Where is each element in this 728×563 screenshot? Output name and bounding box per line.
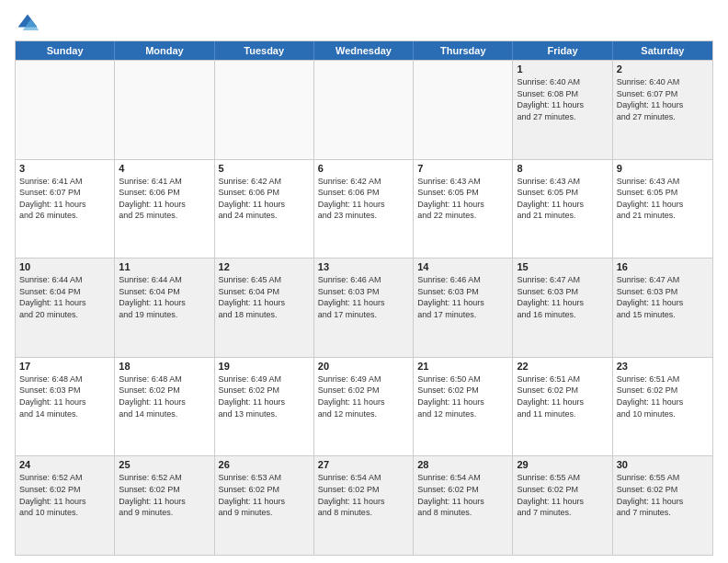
calendar-cell: 11Sunrise: 6:44 AM Sunset: 6:04 PM Dayli… <box>115 259 214 357</box>
calendar-cell: 21Sunrise: 6:50 AM Sunset: 6:02 PM Dayli… <box>414 358 513 456</box>
calendar-cell: 25Sunrise: 6:52 AM Sunset: 6:02 PM Dayli… <box>115 456 214 555</box>
calendar-cell: 19Sunrise: 6:49 AM Sunset: 6:02 PM Dayli… <box>215 358 314 456</box>
day-number: 2 <box>617 63 709 75</box>
calendar-cell: 12Sunrise: 6:45 AM Sunset: 6:04 PM Dayli… <box>215 259 314 357</box>
day-number: 1 <box>517 63 608 75</box>
day-number: 10 <box>19 261 110 272</box>
header <box>15 11 713 37</box>
day-number: 12 <box>219 261 310 272</box>
day-number: 11 <box>119 261 210 272</box>
calendar-cell: 27Sunrise: 6:54 AM Sunset: 6:02 PM Dayli… <box>314 456 414 555</box>
day-number: 18 <box>119 361 210 372</box>
calendar-cell: 1Sunrise: 6:40 AM Sunset: 6:08 PM Daylig… <box>513 61 612 159</box>
day-info: Sunrise: 6:43 AM Sunset: 6:05 PM Dayligh… <box>517 176 608 222</box>
calendar-cell <box>314 61 414 159</box>
calendar-cell: 14Sunrise: 6:46 AM Sunset: 6:03 PM Dayli… <box>414 259 513 357</box>
calendar-cell <box>215 61 314 159</box>
day-info: Sunrise: 6:52 AM Sunset: 6:02 PM Dayligh… <box>19 472 110 518</box>
calendar-cell: 30Sunrise: 6:55 AM Sunset: 6:02 PM Dayli… <box>613 456 712 555</box>
calendar-cell: 10Sunrise: 6:44 AM Sunset: 6:04 PM Dayli… <box>16 259 115 357</box>
calendar-cell: 28Sunrise: 6:54 AM Sunset: 6:02 PM Dayli… <box>414 456 513 555</box>
calendar-cell <box>115 61 214 159</box>
calendar-cell: 18Sunrise: 6:48 AM Sunset: 6:02 PM Dayli… <box>115 358 214 456</box>
day-of-week-header: Thursday <box>414 41 513 60</box>
day-of-week-header: Monday <box>115 41 214 60</box>
calendar-cell: 13Sunrise: 6:46 AM Sunset: 6:03 PM Dayli… <box>314 259 414 357</box>
calendar-week-row: 10Sunrise: 6:44 AM Sunset: 6:04 PM Dayli… <box>16 258 712 357</box>
day-info: Sunrise: 6:54 AM Sunset: 6:02 PM Dayligh… <box>318 472 409 518</box>
calendar-cell: 22Sunrise: 6:51 AM Sunset: 6:02 PM Dayli… <box>513 358 612 456</box>
day-of-week-header: Saturday <box>613 41 712 60</box>
calendar-cell: 4Sunrise: 6:41 AM Sunset: 6:06 PM Daylig… <box>115 160 214 259</box>
day-number: 26 <box>219 459 310 470</box>
day-info: Sunrise: 6:46 AM Sunset: 6:03 PM Dayligh… <box>417 274 508 320</box>
day-info: Sunrise: 6:43 AM Sunset: 6:05 PM Dayligh… <box>617 176 709 222</box>
day-info: Sunrise: 6:41 AM Sunset: 6:06 PM Dayligh… <box>119 176 210 222</box>
calendar-week-row: 1Sunrise: 6:40 AM Sunset: 6:08 PM Daylig… <box>16 60 712 159</box>
calendar-cell: 23Sunrise: 6:51 AM Sunset: 6:02 PM Dayli… <box>613 358 712 456</box>
day-number: 30 <box>617 459 709 470</box>
day-info: Sunrise: 6:49 AM Sunset: 6:02 PM Dayligh… <box>219 373 310 419</box>
day-info: Sunrise: 6:49 AM Sunset: 6:02 PM Dayligh… <box>318 373 409 419</box>
day-info: Sunrise: 6:53 AM Sunset: 6:02 PM Dayligh… <box>219 472 310 518</box>
calendar-header: SundayMondayTuesdayWednesdayThursdayFrid… <box>16 41 712 60</box>
calendar-cell: 3Sunrise: 6:41 AM Sunset: 6:07 PM Daylig… <box>16 160 115 259</box>
logo <box>15 11 44 37</box>
day-number: 21 <box>417 361 508 372</box>
day-number: 25 <box>119 459 210 470</box>
day-info: Sunrise: 6:46 AM Sunset: 6:03 PM Dayligh… <box>318 274 409 320</box>
day-number: 17 <box>19 361 110 372</box>
calendar-week-row: 24Sunrise: 6:52 AM Sunset: 6:02 PM Dayli… <box>16 455 712 555</box>
day-number: 27 <box>318 459 409 470</box>
day-number: 3 <box>19 163 110 174</box>
day-info: Sunrise: 6:50 AM Sunset: 6:02 PM Dayligh… <box>417 373 508 419</box>
day-info: Sunrise: 6:43 AM Sunset: 6:05 PM Dayligh… <box>417 176 508 222</box>
day-number: 15 <box>517 261 608 272</box>
calendar-week-row: 17Sunrise: 6:48 AM Sunset: 6:03 PM Dayli… <box>16 357 712 456</box>
calendar-cell: 26Sunrise: 6:53 AM Sunset: 6:02 PM Dayli… <box>215 456 314 555</box>
day-number: 8 <box>517 163 608 174</box>
calendar-cell: 7Sunrise: 6:43 AM Sunset: 6:05 PM Daylig… <box>414 160 513 259</box>
calendar-cell: 29Sunrise: 6:55 AM Sunset: 6:02 PM Dayli… <box>513 456 612 555</box>
day-number: 24 <box>19 459 110 470</box>
logo-icon <box>15 11 40 37</box>
day-number: 5 <box>219 163 310 174</box>
calendar-cell: 8Sunrise: 6:43 AM Sunset: 6:05 PM Daylig… <box>513 160 612 259</box>
calendar: SundayMondayTuesdayWednesdayThursdayFrid… <box>15 40 713 556</box>
day-info: Sunrise: 6:47 AM Sunset: 6:03 PM Dayligh… <box>617 274 709 320</box>
day-number: 19 <box>219 361 310 372</box>
day-number: 14 <box>417 261 508 272</box>
day-info: Sunrise: 6:44 AM Sunset: 6:04 PM Dayligh… <box>119 274 210 320</box>
day-number: 23 <box>617 361 709 372</box>
day-of-week-header: Sunday <box>16 41 115 60</box>
calendar-cell: 2Sunrise: 6:40 AM Sunset: 6:07 PM Daylig… <box>613 61 712 159</box>
day-info: Sunrise: 6:42 AM Sunset: 6:06 PM Dayligh… <box>318 176 409 222</box>
day-of-week-header: Friday <box>513 41 612 60</box>
day-info: Sunrise: 6:55 AM Sunset: 6:02 PM Dayligh… <box>517 472 608 518</box>
calendar-cell: 20Sunrise: 6:49 AM Sunset: 6:02 PM Dayli… <box>314 358 414 456</box>
day-number: 4 <box>119 163 210 174</box>
day-info: Sunrise: 6:42 AM Sunset: 6:06 PM Dayligh… <box>219 176 310 222</box>
day-info: Sunrise: 6:44 AM Sunset: 6:04 PM Dayligh… <box>19 274 110 320</box>
day-info: Sunrise: 6:52 AM Sunset: 6:02 PM Dayligh… <box>119 472 210 518</box>
day-info: Sunrise: 6:48 AM Sunset: 6:02 PM Dayligh… <box>119 373 210 419</box>
calendar-cell <box>16 61 115 159</box>
day-info: Sunrise: 6:54 AM Sunset: 6:02 PM Dayligh… <box>417 472 508 518</box>
day-info: Sunrise: 6:51 AM Sunset: 6:02 PM Dayligh… <box>517 373 608 419</box>
day-info: Sunrise: 6:40 AM Sunset: 6:08 PM Dayligh… <box>517 76 608 122</box>
calendar-cell: 9Sunrise: 6:43 AM Sunset: 6:05 PM Daylig… <box>613 160 712 259</box>
calendar-cell: 24Sunrise: 6:52 AM Sunset: 6:02 PM Dayli… <box>16 456 115 555</box>
day-number: 22 <box>517 361 608 372</box>
day-number: 7 <box>417 163 508 174</box>
calendar-cell: 16Sunrise: 6:47 AM Sunset: 6:03 PM Dayli… <box>613 259 712 357</box>
page: SundayMondayTuesdayWednesdayThursdayFrid… <box>0 0 728 563</box>
calendar-cell <box>414 61 513 159</box>
day-number: 13 <box>318 261 409 272</box>
day-info: Sunrise: 6:55 AM Sunset: 6:02 PM Dayligh… <box>617 472 709 518</box>
day-number: 28 <box>417 459 508 470</box>
day-number: 16 <box>617 261 709 272</box>
day-number: 29 <box>517 459 608 470</box>
day-of-week-header: Wednesday <box>314 41 414 60</box>
day-info: Sunrise: 6:40 AM Sunset: 6:07 PM Dayligh… <box>617 76 709 122</box>
day-info: Sunrise: 6:41 AM Sunset: 6:07 PM Dayligh… <box>19 176 110 222</box>
